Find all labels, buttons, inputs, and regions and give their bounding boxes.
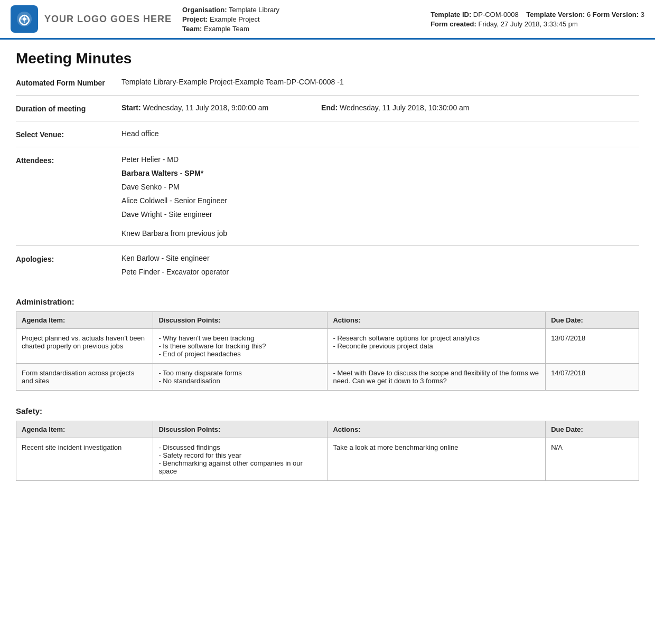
apologies-row: Apologies: Ken Barlow - Site engineer Pe… <box>16 254 639 281</box>
attendee-3: Dave Senko - PM <box>121 183 639 191</box>
attendees-row: Attendees: Peter Helier - MD Barbara Wal… <box>16 155 639 238</box>
separator-1 <box>16 95 639 96</box>
admin-col-agenda: Agenda Item: <box>16 312 153 329</box>
svg-point-0 <box>23 17 26 21</box>
administration-heading: Administration: <box>16 297 639 306</box>
apologies-values: Ken Barlow - Site engineer Pete Finder -… <box>121 254 639 281</box>
attendee-note: Knew Barbara from previous job <box>121 229 639 238</box>
form-number-value: Template Library-Example Project-Example… <box>121 78 639 86</box>
team-line: Team: Example Team <box>182 25 431 33</box>
admin-row1-discussion: - Why haven't we been tracking- Is there… <box>153 329 328 364</box>
administration-table: Agenda Item: Discussion Points: Actions:… <box>16 311 639 391</box>
attendees-values: Peter Helier - MD Barbara Walters - SPM*… <box>121 155 639 238</box>
form-number-row: Automated Form Number Template Library-E… <box>16 78 639 87</box>
attendee-2: Barbara Walters - SPM* <box>121 169 639 177</box>
venue-label: Select Venue: <box>16 129 121 139</box>
table-row: Project planned vs. actuals haven't been… <box>16 329 639 364</box>
safety-table-body: Recent site incident investigation - Dis… <box>16 438 639 481</box>
apologies-label: Apologies: <box>16 254 121 263</box>
apology-1: Ken Barlow - Site engineer <box>121 254 639 262</box>
admin-row2-actions: - Meet with Dave to discuss the scope an… <box>328 364 546 391</box>
admin-row1-due: 13/07/2018 <box>546 329 639 364</box>
admin-row2-due: 14/07/2018 <box>546 364 639 391</box>
main-content: Meeting Minutes Automated Form Number Te… <box>0 40 655 507</box>
admin-header-row: Agenda Item: Discussion Points: Actions:… <box>16 312 639 329</box>
duration-end: End: Wednesday, 11 July 2018, 10:30:00 a… <box>321 103 469 112</box>
admin-col-actions: Actions: <box>328 312 546 329</box>
safety-col-actions: Actions: <box>328 421 546 438</box>
header-meta-left: Organisation: Template Library Project: … <box>172 5 431 33</box>
logo-icon <box>11 5 38 33</box>
venue-row: Select Venue: Head office <box>16 129 639 139</box>
admin-table-body: Project planned vs. actuals haven't been… <box>16 329 639 391</box>
table-row: Form standardisation across projects and… <box>16 364 639 391</box>
project-line: Project: Example Project <box>182 15 431 23</box>
safety-table: Agenda Item: Discussion Points: Actions:… <box>16 421 639 481</box>
safety-row1-due: N/A <box>546 438 639 481</box>
venue-value: Head office <box>121 129 639 138</box>
safety-heading: Safety: <box>16 406 639 415</box>
template-id-line: Template ID: DP-COM-0008 Template Versio… <box>431 11 644 18</box>
logo-text: YOUR LOGO GOES HERE <box>44 14 172 25</box>
separator-3 <box>16 147 639 147</box>
attendee-4: Alice Coldwell - Senior Engineer <box>121 196 639 205</box>
attendee-1: Peter Helier - MD <box>121 155 639 164</box>
form-number-label: Automated Form Number <box>16 78 121 87</box>
separator-2 <box>16 121 639 121</box>
attendees-label: Attendees: <box>16 155 121 165</box>
admin-row2-discussion: - Too many disparate forms- No standardi… <box>153 364 328 391</box>
safety-col-due: Due Date: <box>546 421 639 438</box>
document-header: YOUR LOGO GOES HERE Organisation: Templa… <box>0 0 655 40</box>
attendee-5: Dave Wright - Site engineer <box>121 210 639 219</box>
admin-col-discussion: Discussion Points: <box>153 312 328 329</box>
safety-col-discussion: Discussion Points: <box>153 421 328 438</box>
table-row: Recent site incident investigation - Dis… <box>16 438 639 481</box>
form-created-line: Form created: Friday, 27 July 2018, 3:33… <box>431 20 644 28</box>
header-meta-right: Template ID: DP-COM-0008 Template Versio… <box>431 5 644 33</box>
safety-col-agenda: Agenda Item: <box>16 421 153 438</box>
duration-start: Start: Wednesday, 11 July 2018, 9:00:00 … <box>121 103 268 112</box>
duration-values: Start: Wednesday, 11 July 2018, 9:00:00 … <box>121 103 639 112</box>
logo-section: YOUR LOGO GOES HERE <box>11 5 172 33</box>
separator-4 <box>16 245 639 246</box>
duration-label: Duration of meeting <box>16 103 121 113</box>
safety-header-row: Agenda Item: Discussion Points: Actions:… <box>16 421 639 438</box>
apology-2: Pete Finder - Excavator operator <box>121 268 639 276</box>
admin-row1-agenda: Project planned vs. actuals haven't been… <box>16 329 153 364</box>
admin-row2-agenda: Form standardisation across projects and… <box>16 364 153 391</box>
safety-row1-actions: Take a look at more benchmarking online <box>328 438 546 481</box>
org-line: Organisation: Template Library <box>182 6 431 14</box>
admin-row1-actions: - Research software options for project … <box>328 329 546 364</box>
duration-row: Duration of meeting Start: Wednesday, 11… <box>16 103 639 113</box>
page-title: Meeting Minutes <box>16 50 639 67</box>
safety-row1-agenda: Recent site incident investigation <box>16 438 153 481</box>
admin-col-due: Due Date: <box>546 312 639 329</box>
safety-row1-discussion: - Discussed findings- Safety record for … <box>153 438 328 481</box>
